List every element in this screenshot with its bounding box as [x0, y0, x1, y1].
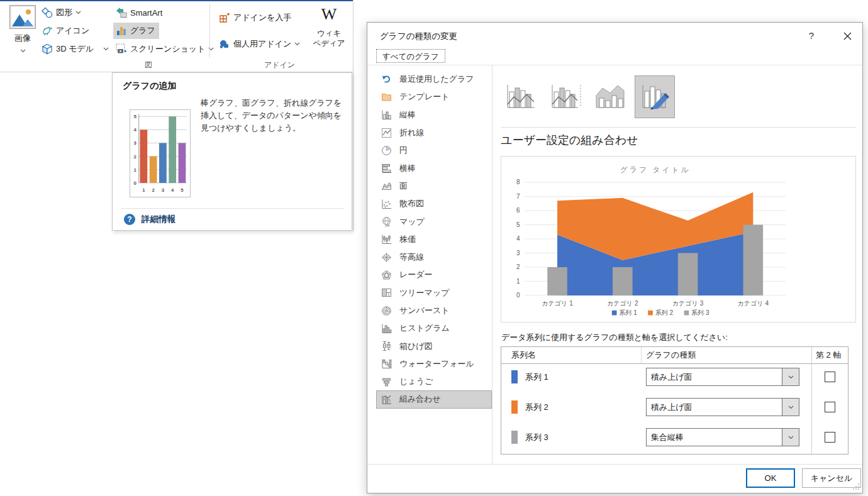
shapes-button[interactable]: 図形: [39, 4, 85, 21]
stock-chart-icon: [381, 234, 392, 245]
variant-stacked-area-clustered-column[interactable]: [590, 75, 630, 118]
wikipedia-icon: W: [308, 5, 350, 24]
chart-type-column-chart[interactable]: 縦棒: [376, 106, 492, 124]
screenshot-button[interactable]: スクリーンショット: [113, 41, 218, 57]
svg-text:カテゴリ 4: カテゴリ 4: [738, 300, 769, 307]
ok-button[interactable]: OK: [746, 468, 795, 488]
svg-text:カテゴリ 2: カテゴリ 2: [607, 300, 638, 307]
chart-type-funnel-chart[interactable]: じょうご: [376, 373, 492, 390]
svg-text:3: 3: [162, 187, 165, 193]
my-addins-icon: [219, 38, 230, 50]
column-header-series-name: 系列名: [511, 347, 536, 363]
chart-type-waterfall-chart[interactable]: ウォーターフォール: [376, 355, 492, 373]
chart-type-line-chart[interactable]: 折れ線: [376, 124, 492, 141]
chart-type-dropdown[interactable]: 積み上げ面: [646, 368, 799, 386]
dialog-close-button[interactable]: [839, 28, 855, 43]
smartart-icon: [116, 7, 127, 18]
svg-text:0: 0: [133, 180, 136, 186]
chevron-down-icon[interactable]: [782, 429, 799, 446]
chart-type-treemap-chart[interactable]: ツリーマップ: [376, 284, 492, 302]
chart-preview: 012345678グラフ タイトルカテゴリ 1カテゴリ 2カテゴリ 3カテゴリ …: [501, 156, 856, 322]
tooltip-mini-bar-chart: 01234512345: [130, 109, 191, 197]
resize-grip[interactable]: [852, 482, 860, 490]
svg-text:2: 2: [516, 263, 520, 270]
svg-text:カテゴリ 3: カテゴリ 3: [672, 300, 704, 307]
chart-button-tooltip: グラフの追加 01234512345 棒グラフ、面グラフ、折れ線グラフを挿入して…: [112, 72, 352, 231]
chart-type-label: ウォーターフォール: [399, 358, 474, 370]
box-whisker-chart-icon: [381, 341, 392, 351]
variant-clustered-column-line[interactable]: [501, 75, 541, 118]
chart-type-dropdown[interactable]: 集合縦棒: [646, 428, 799, 446]
variant-clustered-column-line-secondary-axis[interactable]: [545, 75, 586, 118]
column-header-chart-type: グラフの種類: [646, 347, 696, 363]
svg-text:1: 1: [133, 167, 136, 173]
secondary-axis-checkbox[interactable]: [825, 372, 835, 382]
template-icon: [381, 92, 392, 102]
map-chart-icon: [381, 216, 392, 227]
chart-type-pie-chart[interactable]: 円: [376, 141, 492, 159]
chart-type-label: 組み合わせ: [399, 394, 441, 405]
funnel-chart-icon: [381, 377, 392, 387]
chevron-down-icon[interactable]: [782, 399, 799, 416]
chart-type-label: テンプレート: [399, 91, 450, 102]
chart-icon: [116, 25, 127, 36]
secondary-axis-checkbox[interactable]: [825, 432, 835, 443]
svg-text:1: 1: [516, 278, 520, 285]
picture-button[interactable]: 画像: [6, 4, 39, 68]
chart-type-dropdown[interactable]: 積み上げ面: [646, 398, 799, 416]
icons-button[interactable]: アイコン: [39, 23, 93, 39]
chart-type-bar-chart[interactable]: 横棒: [376, 159, 492, 177]
chart-type-dropdown-value: 積み上げ面: [651, 372, 693, 383]
area-chart-icon: [381, 180, 392, 191]
chart-type-box-whisker-chart[interactable]: 箱ひげ図: [376, 337, 492, 355]
series-instruction: データ系列に使用するグラフの種類と軸を選択してください:: [501, 332, 728, 343]
chart-type-label: レーダー: [399, 269, 433, 280]
smartart-label: SmartArt: [130, 8, 162, 18]
dialog-help-button[interactable]: ?: [804, 28, 819, 43]
chevron-down-icon: [103, 47, 109, 51]
chart-type-sunburst-chart[interactable]: サンバースト: [376, 302, 492, 319]
chevron-down-icon: [20, 49, 26, 53]
wikipedia-button[interactable]: W ウィキ ペディア: [308, 5, 350, 48]
combo-chart-icon: [381, 394, 392, 405]
chart-type-label: ヒストグラム: [399, 322, 450, 334]
chevron-down-icon: [294, 42, 300, 46]
chart-button[interactable]: グラフ: [113, 23, 159, 39]
ribbon-top-accent: [0, 0, 353, 1]
chart-type-area-chart[interactable]: 面: [376, 177, 492, 195]
clustered-column-line-icon: [503, 82, 538, 112]
chevron-down-icon[interactable]: [782, 368, 799, 385]
tell-me-more-link[interactable]: 詳細情報: [142, 214, 175, 225]
svg-text:3: 3: [133, 140, 136, 146]
shapes-label: 図形: [56, 7, 72, 18]
chart-type-dropdown-value: 集合縦棒: [651, 432, 684, 443]
app-window-edge: [353, 0, 353, 231]
chart-type-list: 最近使用したグラフテンプレート縦棒折れ線円横棒面散布図マップ株価等高線レーダーツ…: [376, 70, 492, 409]
dialog-title: グラフの種類の変更: [380, 31, 457, 42]
picture-label: 画像: [6, 33, 39, 44]
chart-type-template[interactable]: テンプレート: [376, 88, 492, 106]
chart-type-map-chart[interactable]: マップ: [376, 212, 492, 230]
chart-type-stock-chart[interactable]: 株価: [376, 231, 492, 248]
chart-type-scatter-chart[interactable]: 散布図: [376, 195, 492, 212]
my-addins-button[interactable]: 個人用アドイン: [216, 36, 304, 52]
3d-model-button[interactable]: 3D モデル: [39, 41, 113, 57]
tab-all-charts[interactable]: すべてのグラフ: [376, 49, 445, 63]
chart-type-recent[interactable]: 最近使用したグラフ: [376, 70, 492, 88]
chart-type-label: 最近使用したグラフ: [399, 74, 474, 85]
variant-custom-combination[interactable]: [635, 75, 675, 118]
svg-text:8: 8: [516, 179, 520, 185]
get-addins-button[interactable]: アドインを入手: [216, 9, 296, 26]
wikipedia-label: ウィキ ペディア: [308, 29, 350, 48]
chart-type-combo-chart[interactable]: 組み合わせ: [376, 390, 492, 408]
secondary-axis-checkbox[interactable]: [825, 402, 835, 412]
chart-type-surface-chart[interactable]: 等高線: [376, 248, 492, 266]
chart-type-radar-chart[interactable]: レーダー: [376, 266, 492, 284]
chart-type-histogram-chart[interactable]: ヒストグラム: [376, 319, 492, 337]
smartart-button[interactable]: SmartArt: [113, 4, 166, 21]
tooltip-description: 棒グラフ、面グラフ、折れ線グラフを挿入して、データのパターンや傾向を見つけやすく…: [201, 97, 344, 135]
svg-text:3: 3: [516, 250, 520, 256]
svg-text:4: 4: [516, 235, 520, 242]
svg-text:5: 5: [516, 221, 520, 228]
tooltip-title: グラフの追加: [123, 80, 176, 92]
